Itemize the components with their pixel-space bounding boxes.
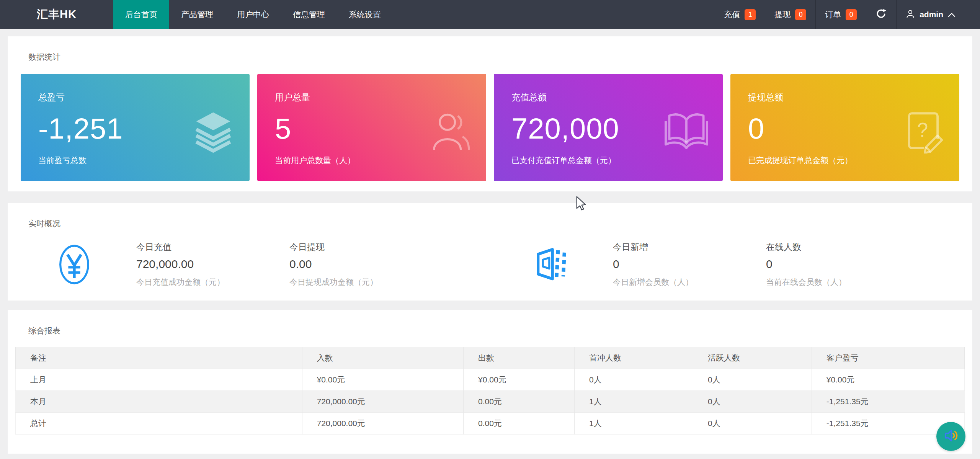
col-header-active: 活跃人数 bbox=[693, 347, 812, 369]
doc-edit-icon: ? bbox=[901, 111, 946, 155]
nav-tab-settings[interactable]: 系统设置 bbox=[337, 0, 393, 29]
col-header-outflow: 出款 bbox=[464, 347, 575, 369]
card-label: 总盈亏 bbox=[38, 91, 232, 103]
col-header-remark: 备注 bbox=[16, 347, 302, 369]
stat-value: 0.00 bbox=[289, 258, 505, 271]
cell-active: 0人 bbox=[693, 369, 812, 391]
cell-remark: 本月 bbox=[16, 391, 302, 413]
cell-profit: -1,251.35元 bbox=[812, 391, 964, 413]
user-silhouette-icon bbox=[430, 111, 472, 155]
card-desc: 当前盈亏总数 bbox=[38, 155, 232, 166]
top-navbar: 汇丰HK 后台首页 产品管理 用户中心 信息管理 系统设置 充值 1 提现 0 … bbox=[0, 0, 980, 29]
stat-desc: 当前在线会员数（人） bbox=[766, 277, 952, 287]
order-notice-label: 订单 bbox=[825, 9, 841, 20]
main-menu: 后台首页 产品管理 用户中心 信息管理 系统设置 bbox=[113, 0, 393, 29]
report-row-this-month: 本月 720,000.00元 0.00元 1人 0人 -1,251.35元 bbox=[16, 391, 965, 413]
cell-first: 1人 bbox=[575, 413, 693, 434]
stat-today-new-members: 今日新增 0 今日新增会员数（人） bbox=[597, 241, 750, 287]
card-label: 用户总量 bbox=[275, 91, 469, 103]
recharge-notice-button[interactable]: 充值 1 bbox=[715, 0, 765, 29]
stat-desc: 今日提现成功金额（元） bbox=[289, 277, 505, 287]
report-row-total: 总计 720,000.00元 0.00元 1人 0人 -1,251.35元 bbox=[16, 413, 965, 434]
card-label: 提现总额 bbox=[748, 91, 942, 103]
nav-tab-label: 产品管理 bbox=[181, 9, 213, 20]
cell-inflow: ¥0.00元 bbox=[302, 369, 463, 391]
page: { "navbar": { "logo": "汇丰HK", "menu": [ … bbox=[0, 0, 980, 459]
stat-label: 今日充值 bbox=[136, 241, 273, 253]
brand-logo: 汇丰HK bbox=[0, 0, 113, 29]
speaker-icon bbox=[942, 427, 960, 446]
stat-value: 0 bbox=[613, 258, 750, 271]
nav-tab-info[interactable]: 信息管理 bbox=[281, 0, 337, 29]
withdraw-count-badge: 0 bbox=[795, 9, 806, 20]
yen-circle-icon bbox=[28, 244, 120, 285]
stat-label: 在线人数 bbox=[766, 241, 952, 253]
sound-fab-button[interactable] bbox=[936, 422, 965, 451]
recharge-count-badge: 1 bbox=[745, 9, 756, 20]
card-desc: 已支付充值订单总金额（元） bbox=[511, 155, 705, 166]
book-icon bbox=[664, 111, 709, 154]
col-header-first-dep: 首冲人数 bbox=[575, 347, 693, 369]
nav-tab-label: 系统设置 bbox=[349, 9, 381, 20]
user-menu-button[interactable]: admin bbox=[896, 0, 965, 29]
cell-remark: 总计 bbox=[16, 413, 302, 434]
card-desc: 已完成提现订单总金额（元） bbox=[748, 155, 942, 166]
layers-icon bbox=[191, 111, 236, 155]
navbar-right: 充值 1 提现 0 订单 0 a bbox=[715, 0, 965, 29]
card-total-users: 用户总量 5 当前用户总数量（人） bbox=[257, 74, 486, 181]
cell-active: 0人 bbox=[693, 413, 812, 434]
report-table: 备注 入款 出款 首冲人数 活跃人数 客户盈亏 上月 ¥0.00元 ¥0.00元… bbox=[15, 347, 965, 434]
stat-desc: 今日新增会员数（人） bbox=[613, 277, 750, 287]
report-panel: 综合报表 备注 入款 出款 首冲人数 活跃人数 客户盈亏 上月 ¥0.00元 ¥… bbox=[8, 310, 972, 454]
realtime-panel-title: 实时概况 bbox=[8, 203, 972, 229]
nav-tab-label: 后台首页 bbox=[125, 9, 157, 20]
stat-value: 0 bbox=[766, 258, 952, 271]
cell-first: 0人 bbox=[575, 369, 693, 391]
report-row-last-month: 上月 ¥0.00元 ¥0.00元 0人 0人 ¥0.00元 bbox=[16, 369, 965, 391]
card-desc: 当前用户总数量（人） bbox=[275, 155, 469, 166]
nav-tab-users[interactable]: 用户中心 bbox=[225, 0, 281, 29]
col-header-inflow: 入款 bbox=[302, 347, 463, 369]
stat-online-members: 在线人数 0 当前在线会员数（人） bbox=[750, 241, 952, 287]
order-notice-button[interactable]: 订单 0 bbox=[815, 0, 866, 29]
realtime-stats-row: 今日充值 720,000.00 今日充值成功金额（元） 今日提现 0.00 今日… bbox=[28, 241, 952, 287]
stat-label: 今日提现 bbox=[289, 241, 505, 253]
recharge-notice-label: 充值 bbox=[724, 9, 740, 20]
report-header-row: 备注 入款 出款 首冲人数 活跃人数 客户盈亏 bbox=[16, 347, 965, 369]
cell-inflow: 720,000.00元 bbox=[302, 391, 463, 413]
user-icon bbox=[906, 9, 915, 20]
cell-active: 0人 bbox=[693, 391, 812, 413]
building-icon bbox=[505, 245, 597, 284]
nav-tab-products[interactable]: 产品管理 bbox=[169, 0, 225, 29]
refresh-icon bbox=[875, 8, 887, 21]
cell-profit: ¥0.00元 bbox=[812, 369, 964, 391]
nav-tab-home[interactable]: 后台首页 bbox=[113, 0, 169, 29]
cell-outflow: 0.00元 bbox=[464, 413, 575, 434]
nav-tab-label: 信息管理 bbox=[293, 9, 325, 20]
withdraw-notice-label: 提现 bbox=[774, 9, 791, 20]
report-panel-title: 综合报表 bbox=[8, 310, 972, 336]
stat-label: 今日新增 bbox=[613, 241, 750, 253]
cell-outflow: 0.00元 bbox=[464, 391, 575, 413]
refresh-button[interactable] bbox=[866, 0, 896, 29]
withdraw-notice-button[interactable]: 提现 0 bbox=[765, 0, 815, 29]
stat-desc: 今日充值成功金额（元） bbox=[136, 277, 273, 287]
chevron-up-icon bbox=[948, 10, 956, 19]
card-total-recharge: 充值总额 720,000 已支付充值订单总金额（元） bbox=[494, 74, 723, 181]
stat-today-withdraw: 今日提现 0.00 今日提现成功金额（元） bbox=[273, 241, 505, 287]
username-label: admin bbox=[920, 10, 943, 19]
cell-inflow: 720,000.00元 bbox=[302, 413, 463, 434]
stats-panel: 数据统计 总盈亏 -1,251 当前盈亏总数 用户总量 5 当前用户总数量（人） bbox=[8, 36, 972, 191]
stat-value: 720,000.00 bbox=[136, 258, 273, 271]
realtime-panel: 实时概况 今日充值 720,000.00 今日充值成功金额（元） 今日提现 0.… bbox=[8, 203, 972, 301]
order-count-badge: 0 bbox=[846, 9, 857, 20]
card-label: 充值总额 bbox=[511, 91, 705, 103]
svg-text:?: ? bbox=[917, 119, 928, 141]
cell-remark: 上月 bbox=[16, 369, 302, 391]
stats-panel-title: 数据统计 bbox=[8, 36, 972, 62]
stat-cards: 总盈亏 -1,251 当前盈亏总数 用户总量 5 当前用户总数量（人） bbox=[21, 74, 959, 181]
nav-tab-label: 用户中心 bbox=[237, 9, 269, 20]
card-total-withdraw: 提现总额 0 已完成提现订单总金额（元） ? bbox=[730, 74, 959, 181]
col-header-profit: 客户盈亏 bbox=[812, 347, 964, 369]
cell-first: 1人 bbox=[575, 391, 693, 413]
